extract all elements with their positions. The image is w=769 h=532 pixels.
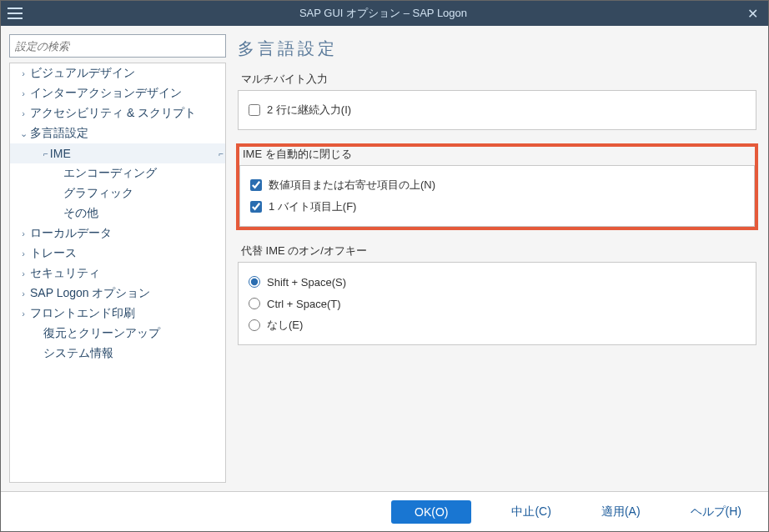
chevron-right-icon: ›: [17, 68, 30, 78]
tree-item[interactable]: ›ビジュアルデザイン: [10, 63, 225, 83]
menu-icon[interactable]: [8, 8, 23, 19]
main-panel: 多言語設定 マルチバイト入力2 行に継続入力(I)IME を自動的に閉じる数値項…: [234, 34, 760, 483]
apply-button[interactable]: 適用(A): [591, 499, 651, 524]
ok-button[interactable]: OK(O): [391, 500, 471, 524]
tree-item[interactable]: ›トレース: [10, 243, 225, 263]
tree-item-label: ビジュアルデザイン: [30, 66, 225, 81]
tree-item[interactable]: その他: [10, 203, 225, 223]
group-label: マルチバイト入力: [238, 72, 756, 87]
tree-item-label: 多言語設定: [30, 126, 225, 141]
group-box: 2 行に継続入力(I): [238, 90, 756, 130]
tree-item-label: インターアクションデザイン: [30, 86, 225, 101]
tree-item[interactable]: ›セキュリティ: [10, 263, 225, 284]
checkbox-input[interactable]: [249, 104, 260, 116]
tree-item-label: IME: [50, 147, 219, 160]
chevron-right-icon: ›: [17, 289, 30, 299]
chevron-right-icon: ›: [17, 269, 30, 279]
tree-item-label: アクセシビリティ & スクリプト: [30, 106, 225, 121]
tree-item-label: その他: [63, 206, 225, 221]
footer: OK(O) 中止(C) 適用(A) ヘルプ(H): [1, 491, 768, 531]
radio-row[interactable]: Ctrl + Space(T): [249, 293, 746, 314]
checkbox-input[interactable]: [250, 179, 262, 191]
tree-item-label: セキュリティ: [30, 266, 225, 281]
tree-item-label: 復元とクリーンアップ: [43, 326, 225, 341]
chevron-right-icon: ›: [17, 108, 30, 118]
control-label: 2 行に継続入力(I): [267, 103, 351, 118]
settings-group: IME を自動的に閉じる数値項目または右寄せ項目の上(N)1 バイト項目上(F): [238, 145, 756, 228]
tree-item[interactable]: ›SAP Logon オプション: [10, 284, 225, 304]
tree-item[interactable]: ⌄多言語設定: [10, 123, 225, 143]
tree-item[interactable]: システム情報: [10, 344, 225, 364]
tree-item-label: SAP Logon オプション: [30, 286, 225, 301]
selection-mark: ⌐: [219, 149, 224, 158]
close-icon[interactable]: ✕: [744, 6, 761, 22]
tree-item[interactable]: エンコーディング: [10, 163, 225, 183]
tree-item[interactable]: グラフィック: [10, 183, 225, 203]
control-label: 数値項目または右寄せ項目の上(N): [269, 178, 435, 193]
chevron-right-icon: ›: [17, 228, 30, 238]
selection-mark: ⌐: [43, 149, 48, 158]
group-box: Shift + Space(S)Ctrl + Space(T)なし(E): [238, 262, 756, 345]
control-label: Ctrl + Space(T): [267, 298, 341, 310]
group-box: 数値項目または右寄せ項目の上(N)1 バイト項目上(F): [239, 165, 755, 227]
tree-item[interactable]: ›ローカルデータ: [10, 223, 225, 243]
tree-item[interactable]: ›フロントエンド印刷: [10, 304, 225, 324]
radio-row[interactable]: なし(E): [249, 314, 746, 336]
radio-input[interactable]: [249, 276, 260, 288]
settings-group: マルチバイト入力2 行に継続入力(I): [238, 72, 756, 130]
checkbox-input[interactable]: [250, 201, 262, 213]
control-label: Shift + Space(S): [267, 276, 346, 289]
chevron-right-icon: ›: [17, 309, 30, 319]
tree-item-label: トレース: [30, 246, 225, 261]
content-area: ›ビジュアルデザイン›インターアクションデザイン›アクセシビリティ & スクリプ…: [1, 26, 768, 491]
chevron-right-icon: ›: [17, 88, 30, 98]
window-title: SAP GUI オプション – SAP Logon: [23, 6, 744, 21]
tree-item[interactable]: ›アクセシビリティ & スクリプト: [10, 103, 225, 123]
control-label: 1 バイト項目上(F): [269, 199, 356, 214]
group-label: 代替 IME のオン/オフキー: [238, 243, 756, 258]
checkbox-row[interactable]: 2 行に継続入力(I): [249, 99, 746, 121]
tree-item[interactable]: ⌐ IME ⌐: [10, 143, 225, 163]
group-label: IME を自動的に閉じる: [239, 147, 755, 162]
radio-input[interactable]: [249, 319, 260, 331]
settings-group: 代替 IME のオン/オフキーShift + Space(S)Ctrl + Sp…: [238, 243, 756, 345]
search-input[interactable]: [9, 34, 226, 58]
tree-item-label: エンコーディング: [63, 166, 225, 181]
radio-input[interactable]: [249, 298, 260, 309]
tree-item-label: システム情報: [43, 346, 225, 361]
checkbox-row[interactable]: 1 バイト項目上(F): [250, 196, 744, 218]
titlebar: SAP GUI オプション – SAP Logon ✕: [1, 1, 768, 26]
tree-item-label: グラフィック: [63, 186, 225, 201]
checkbox-row[interactable]: 数値項目または右寄せ項目の上(N): [250, 174, 744, 196]
cancel-button[interactable]: 中止(C): [501, 499, 560, 524]
page-title: 多言語設定: [238, 38, 760, 60]
chevron-right-icon: ›: [17, 248, 30, 258]
control-label: なし(E): [267, 318, 303, 333]
tree-item[interactable]: ›インターアクションデザイン: [10, 83, 225, 103]
sidebar: ›ビジュアルデザイン›インターアクションデザイン›アクセシビリティ & スクリプ…: [9, 34, 226, 483]
nav-tree: ›ビジュアルデザイン›インターアクションデザイン›アクセシビリティ & スクリプ…: [9, 63, 226, 483]
tree-item-label: フロントエンド印刷: [30, 306, 225, 321]
chevron-down-icon: ⌄: [17, 128, 30, 139]
tree-item[interactable]: 復元とクリーンアップ: [10, 324, 225, 344]
help-button[interactable]: ヘルプ(H): [681, 499, 751, 524]
tree-item-label: ローカルデータ: [30, 226, 225, 241]
radio-row[interactable]: Shift + Space(S): [249, 271, 746, 293]
